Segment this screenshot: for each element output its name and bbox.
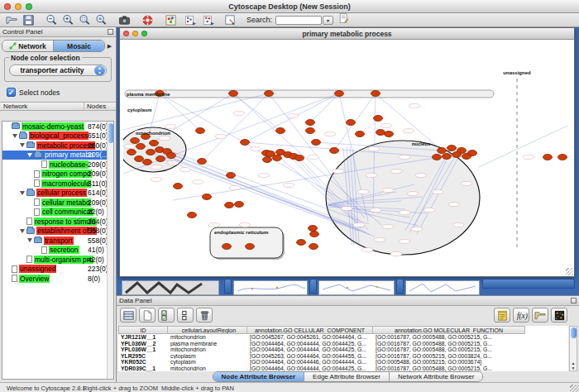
load-attribute-file-icon[interactable] (532, 308, 548, 323)
table-cell[interactable]: cytoplasm (168, 359, 247, 366)
zoom-out-icon[interactable] (45, 13, 58, 26)
table-cell[interactable]: YJR121W__1 (118, 334, 168, 341)
table-cell[interactable]: YPL036W__1 (118, 347, 168, 353)
select-nodes-checkbox[interactable]: ✓ (7, 88, 16, 97)
table-cell[interactable]: YPL036W__2 (118, 341, 168, 347)
table-cell[interactable]: [GO:0044464, GO:0044446, GO:0044444, G..… (247, 359, 373, 366)
zoom-fit-icon[interactable] (78, 13, 91, 26)
background-window[interactable] (122, 280, 219, 295)
node-color-dropdown[interactable]: transporter activity ▲▼ (9, 65, 107, 76)
tree-scrollbar-thumb[interactable] (108, 123, 113, 143)
table-cell[interactable]: cytoplasm (168, 353, 247, 360)
background-window-titlebar[interactable] (482, 279, 575, 289)
tree-row[interactable]: nucleobase-209(0) (2, 160, 113, 170)
table-cell[interactable]: plasma membrane (168, 341, 247, 347)
unselect-attributes-icon[interactable] (177, 308, 194, 323)
zoom-in-icon[interactable] (61, 13, 74, 26)
layout-nodes-icon[interactable] (184, 13, 197, 26)
app-titlebar[interactable]: Cytoscape Desktop (New Session) (0, 0, 579, 13)
tree-row[interactable]: metabolic process280(0) (2, 141, 113, 151)
table-scrollbar[interactable]: ▲▼ (569, 326, 577, 371)
table-cell[interactable]: YLR295C (118, 353, 168, 360)
table-cell[interactable]: [GO:0016787, GO:0005488, GO:0005215, G..… (373, 341, 525, 347)
float-panel-icon[interactable] (571, 298, 577, 304)
open-file-icon[interactable] (5, 13, 18, 26)
attribute-matrix-icon[interactable] (551, 308, 567, 323)
network-snapshot-icon[interactable] (117, 13, 131, 26)
app-resize-grip[interactable] (570, 385, 579, 392)
expander-icon[interactable] (20, 191, 25, 195)
annotation-icon[interactable] (223, 13, 237, 26)
tree-column-nodes[interactable]: Nodes (84, 103, 106, 110)
table-cell[interactable]: [GO:0044464, GO:0044444, GO:0044425, G..… (247, 366, 373, 372)
background-window[interactable] (233, 280, 308, 295)
background-window-edge[interactable] (396, 279, 404, 294)
tree-row[interactable]: transport558(0) (2, 236, 113, 246)
tree-row[interactable]: cell communicat22(0) (2, 208, 113, 218)
expander-icon[interactable] (20, 143, 25, 147)
tab-network[interactable]: Network (2, 41, 54, 51)
tree-row[interactable]: macromolecule311(0) (2, 179, 113, 189)
float-panel-icon[interactable] (108, 29, 113, 35)
network-graph[interactable]: plasma membranecytoplasmmitochondrionnuc… (123, 51, 567, 273)
table-cell[interactable]: mitochondrion (168, 347, 247, 353)
help-icon[interactable] (141, 13, 154, 26)
table-column-header[interactable]: _cellularLayoutRegion (168, 326, 247, 334)
enhanced-search-icon[interactable] (338, 12, 350, 27)
table-cell[interactable]: mitochondrion (168, 334, 247, 341)
table-cell[interactable]: [GO:0016787, GO:0005215, GO:0003824, G..… (373, 353, 525, 360)
table-cell[interactable]: [GO:0044464, GO:0044444, GO:0044425, G..… (247, 347, 373, 353)
tree-scrollbar[interactable] (107, 122, 113, 379)
vizmapper-icon[interactable] (164, 13, 177, 26)
search-dropdown-arrow-icon[interactable]: ▾ (323, 16, 333, 25)
expander-icon[interactable] (27, 153, 32, 157)
import-attributes-icon[interactable] (494, 308, 510, 323)
tab-edge-attribute-browser[interactable]: Edge Attribute Browser (304, 372, 390, 381)
select-attributes-icon[interactable] (158, 308, 175, 323)
table-cell[interactable]: [GO:0016787, GO:0005488, GO:0005215, G..… (373, 347, 525, 353)
tree-row[interactable]: unassigned223(0) (2, 265, 113, 275)
table-column-header[interactable]: annotation.GO MOLECULAR_FUNCTION (373, 326, 525, 334)
tree-row[interactable]: cellular process614(0) (2, 189, 113, 198)
delete-attribute-icon[interactable] (196, 308, 213, 323)
table-cell[interactable]: YKR052C (118, 359, 168, 366)
table-cell[interactable]: [GO:0044464, GO:0044444, GO:0044425, G..… (247, 341, 373, 347)
table-cell[interactable]: [GO:0045263, GO:0044464, GO:0044455, G..… (247, 353, 373, 360)
tree-row[interactable]: secretion41(0) (2, 246, 113, 256)
table-row[interactable]: YKR052Ccytoplasm[GO:0044464, GO:0044446,… (118, 359, 568, 366)
table-row[interactable]: YPL036W__1mitochondrion[GO:0044464, GO:0… (118, 347, 568, 353)
tree-row[interactable]: biological_process651(0) (2, 131, 113, 141)
expander-icon[interactable] (27, 238, 32, 242)
tree-row[interactable]: primary metabo209(... (2, 151, 113, 160)
table-cell[interactable]: [GO:0005488, GO:0005215, GO:0003674] (373, 359, 525, 366)
table-scrollbar-thumb[interactable] (571, 327, 577, 338)
tab-node-attribute-browser[interactable]: Node Attribute Browser (213, 372, 305, 381)
tree-column-network[interactable]: Network (0, 103, 84, 110)
table-cell[interactable]: [GO:0016787, GO:0005488, GO:0005215, G..… (373, 366, 525, 372)
background-window[interactable] (318, 280, 395, 295)
window-resize-grip[interactable] (566, 268, 573, 275)
network-canvas[interactable]: plasma membranecytoplasmmitochondrionnuc… (120, 41, 574, 276)
table-cell[interactable]: mitochondrion (168, 366, 247, 372)
scrollbar-arrows[interactable]: ▲▼ (570, 361, 577, 370)
table-row[interactable]: YPL036W__2plasma membrane[GO:0044464, GO… (118, 341, 568, 347)
tree-row[interactable]: multi-organism pro42(0) (2, 255, 113, 265)
background-window-edge[interactable] (224, 279, 232, 294)
tree-header[interactable]: Network Nodes (0, 102, 116, 111)
background-window[interactable] (405, 280, 480, 295)
table-row[interactable]: YDR039C__1mitochondrion[GO:0044464, GO:0… (118, 366, 568, 372)
tab-overflow-arrow[interactable]: ▶ (105, 43, 114, 50)
tree-row[interactable]: establishment of lo558(0) (2, 227, 113, 237)
network-window-titlebar[interactable]: primary metabolic process (120, 28, 574, 40)
expander-icon[interactable] (12, 134, 17, 138)
expander-icon[interactable] (20, 229, 25, 233)
table-row[interactable]: YLR295Ccytoplasm[GO:0045263, GO:0044464,… (118, 353, 568, 360)
create-attribute-icon[interactable] (139, 308, 156, 323)
tab-network-attribute-browser[interactable]: Network Attribute Browser (390, 372, 482, 381)
table-column-header[interactable]: ID (118, 326, 168, 334)
table-cell[interactable]: [GO:0016787, GO:0005488, GO:0005215, G..… (373, 334, 525, 341)
table-cell[interactable]: YDR039C__1 (118, 366, 168, 372)
function-builder-icon[interactable]: f(x) (513, 308, 529, 323)
layout-edges-icon[interactable] (202, 13, 215, 26)
tree-row[interactable]: mosaic-demo-yeast874(0) (2, 122, 113, 131)
